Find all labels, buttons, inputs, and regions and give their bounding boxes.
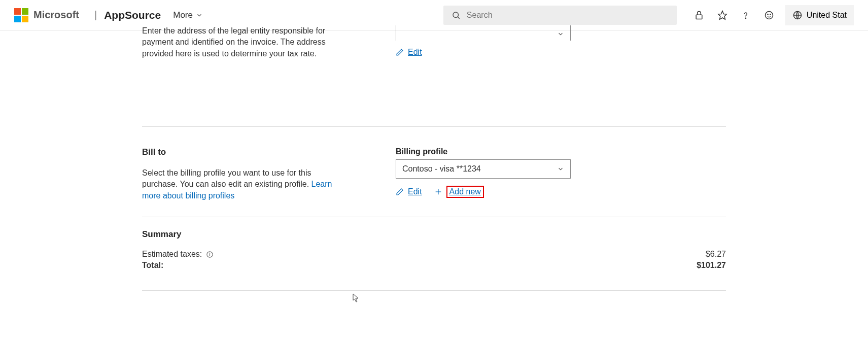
more-label: More (173, 10, 193, 20)
edit-label: Edit (408, 48, 422, 57)
sold-to-select[interactable] (396, 25, 571, 41)
svg-rect-2 (696, 15, 702, 19)
svg-point-5 (765, 11, 773, 19)
billing-profile-select[interactable]: Contoso - visa **1234 (396, 159, 571, 179)
more-menu[interactable]: More (173, 10, 203, 20)
header-actions (693, 9, 775, 21)
brand-name: Microsoft (33, 9, 79, 21)
tax-row: Estimated taxes: $6.27 (142, 250, 726, 259)
cursor-icon (353, 293, 360, 304)
star-icon[interactable] (716, 9, 728, 21)
ms-logo-icon (14, 8, 28, 22)
lock-icon[interactable] (693, 9, 705, 21)
search-icon (452, 11, 461, 20)
svg-marker-3 (718, 11, 727, 19)
tax-label: Estimated taxes: (142, 250, 202, 259)
summary-title: Summary (142, 229, 726, 240)
billing-profile-value: Contoso - visa **1234 (402, 164, 481, 174)
pencil-icon (396, 48, 404, 56)
checkout-content: Enter the address of the legal entity re… (0, 30, 868, 291)
total-row: Total: $101.27 (142, 261, 726, 270)
region-selector[interactable]: United Stat (785, 5, 854, 25)
sold-to-section: Enter the address of the legal entity re… (142, 25, 726, 127)
pencil-icon (396, 188, 404, 196)
svg-point-6 (768, 14, 768, 14)
billing-edit-link[interactable]: Edit (396, 187, 422, 196)
search-box[interactable] (443, 6, 677, 25)
total-label: Total: (142, 261, 163, 270)
chevron-down-icon (557, 165, 564, 173)
chevron-down-icon (196, 12, 203, 19)
bill-to-desc: Select the billing profile you want to u… (142, 167, 335, 201)
billing-profile-label: Billing profile (396, 147, 726, 156)
svg-point-4 (745, 18, 746, 18)
bill-to-section: Bill to Select the billing profile you w… (142, 132, 726, 217)
svg-line-1 (458, 17, 459, 18)
app-name[interactable]: AppSource (104, 9, 161, 21)
bill-to-title: Bill to (142, 147, 335, 157)
summary-section: Summary Estimated taxes: $6.27 Total: $1… (142, 217, 726, 291)
sold-to-desc: Enter the address of the legal entity re… (142, 25, 335, 59)
plus-icon (434, 188, 442, 196)
sold-to-edit-link[interactable]: Edit (396, 48, 422, 57)
region-label: United Stat (807, 11, 847, 20)
svg-point-0 (453, 12, 459, 18)
help-icon[interactable] (740, 9, 752, 21)
svg-point-13 (210, 253, 210, 253)
feedback-icon[interactable] (763, 9, 775, 21)
total-value: $101.27 (697, 261, 726, 270)
svg-point-7 (770, 14, 771, 14)
brand-divider: | (94, 9, 97, 21)
edit-label: Edit (408, 187, 422, 196)
chevron-down-icon (557, 30, 564, 38)
billing-add-new-link[interactable]: Add new (434, 186, 484, 198)
tax-value: $6.27 (706, 250, 726, 259)
globe-icon (792, 10, 803, 20)
microsoft-logo[interactable]: Microsoft (14, 8, 79, 22)
info-icon[interactable] (206, 251, 214, 258)
search-input[interactable] (467, 11, 669, 20)
add-new-label: Add new (446, 186, 484, 198)
